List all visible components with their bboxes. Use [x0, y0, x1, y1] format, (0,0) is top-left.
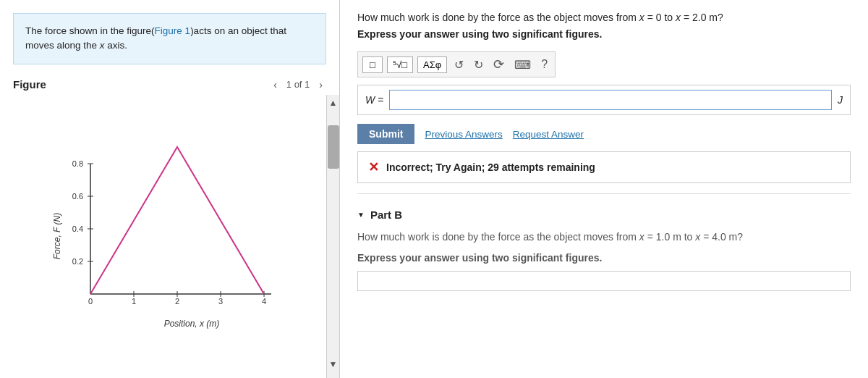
- toolbar-undo-btn[interactable]: ↺: [451, 56, 467, 73]
- svg-text:3: 3: [218, 297, 222, 306]
- divider: [357, 193, 851, 194]
- toolbar-sqrt-btn[interactable]: ⁵√□: [387, 56, 413, 73]
- figure-page: 1 of 1: [286, 79, 310, 90]
- svg-text:Position, x (m): Position, x (m): [163, 319, 219, 329]
- graph-area: Force, F (N) Position, x (m) 0.2 0.4 0.6: [0, 95, 339, 379]
- toolbar-symbols-btn[interactable]: AΣφ: [417, 56, 447, 73]
- graph-container: Force, F (N) Position, x (m) 0.2 0.4 0.6: [47, 142, 293, 330]
- request-answer-button[interactable]: Request Answer: [513, 129, 584, 140]
- buttons-row: Submit Previous Answers Request Answer: [357, 124, 851, 144]
- problem-text-3: axis.: [105, 40, 128, 51]
- toolbar-redo-btn[interactable]: ↻: [471, 56, 486, 73]
- previous-answers-button[interactable]: Previous Answers: [425, 129, 502, 140]
- figure-label: Figure: [13, 78, 46, 91]
- figure-next-button[interactable]: ›: [315, 77, 326, 92]
- submit-button[interactable]: Submit: [357, 124, 414, 144]
- feedback-box: ✕ Incorrect; Try Again; 29 attempts rema…: [357, 151, 851, 183]
- scrollbar-thumb[interactable]: [328, 125, 339, 169]
- part-b-input-area: [357, 271, 851, 291]
- figure-link[interactable]: Figure 1: [155, 25, 191, 36]
- part-b-question-text: How much work is done by the force as th…: [357, 230, 851, 245]
- graph-line: [90, 147, 264, 294]
- svg-text:0: 0: [88, 297, 92, 306]
- svg-text:0.8: 0.8: [72, 159, 82, 168]
- toolbar-refresh-btn[interactable]: ⟳: [490, 55, 507, 74]
- eq-x1: x: [639, 12, 644, 23]
- part-b-label: Part B: [370, 209, 402, 221]
- part-b-instruction: Express your answer using two significan…: [357, 252, 851, 264]
- graph-svg: Force, F (N) Position, x (m) 0.2 0.4 0.6: [47, 142, 293, 330]
- error-icon: ✕: [368, 159, 379, 175]
- scrollbar[interactable]: ▲ ▼: [326, 95, 339, 379]
- answer-label: W =: [365, 94, 383, 106]
- problem-description: The force shown in the figure(Figure 1)a…: [13, 13, 326, 64]
- eq-x2: x: [676, 12, 681, 23]
- answer-unit: J: [838, 94, 843, 106]
- part-b-row: ▼ Part B: [357, 204, 851, 222]
- svg-text:2: 2: [174, 297, 179, 306]
- answer-input[interactable]: [389, 90, 832, 110]
- right-panel: How much work is done by the force as th…: [340, 0, 868, 378]
- figure-prev-button[interactable]: ‹: [270, 77, 281, 92]
- question-text: How much work is done by the force as th…: [357, 10, 851, 25]
- feedback-text: Incorrect; Try Again; 29 attempts remain…: [386, 161, 595, 173]
- figure-label-row: Figure ‹ 1 of 1 ›: [0, 72, 339, 95]
- svg-text:0.4: 0.4: [72, 224, 82, 233]
- toolbar-square-btn[interactable]: □: [362, 56, 383, 73]
- scroll-up-arrow[interactable]: ▲: [326, 95, 340, 111]
- svg-text:Force, F (N): Force, F (N): [52, 213, 62, 259]
- problem-text-1: The force shown in the figure(: [25, 25, 155, 36]
- svg-text:1: 1: [131, 297, 135, 306]
- part-a-question: How much work is done by the force as th…: [357, 10, 851, 44]
- left-panel: The force shown in the figure(Figure 1)a…: [0, 0, 340, 378]
- math-toolbar: □ ⁵√□ AΣφ ↺ ↻ ⟳ ⌨ ?: [357, 51, 556, 77]
- svg-text:4: 4: [261, 297, 265, 306]
- svg-text:0.2: 0.2: [72, 257, 82, 266]
- axis-label: x: [100, 40, 105, 51]
- figure-navigation: ‹ 1 of 1 ›: [270, 77, 326, 92]
- instruction-text: Express your answer using two significan…: [357, 28, 851, 40]
- answer-input-row: W = J: [357, 85, 851, 115]
- toolbar-help-btn[interactable]: ?: [538, 56, 550, 72]
- part-b-collapse-icon[interactable]: ▼: [357, 211, 365, 219]
- svg-text:0.6: 0.6: [72, 192, 82, 201]
- scroll-down-arrow[interactable]: ▼: [326, 356, 340, 372]
- toolbar-keyboard-btn[interactable]: ⌨: [511, 56, 534, 73]
